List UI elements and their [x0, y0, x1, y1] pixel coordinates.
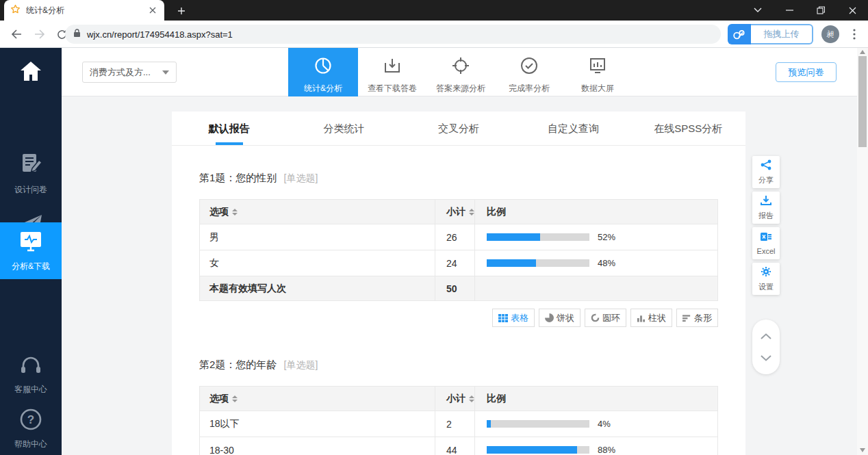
help-question-icon: ? — [19, 408, 42, 434]
tool-label: Excel — [757, 247, 776, 255]
app-sidebar: 设计问卷 发送问卷 分析&下载 客服中心 ? 帮助中心 — [0, 48, 62, 455]
tab-data-screen[interactable]: 数据大屏 — [563, 48, 632, 96]
tab-search-icon[interactable] — [742, 0, 774, 21]
table-row: 18以下 2 4% — [200, 411, 717, 437]
col-header-count[interactable]: 小计 — [446, 393, 465, 405]
table-row: 女 24 48% — [200, 250, 717, 276]
preview-survey-button[interactable]: 预览问卷 — [776, 62, 837, 82]
headset-icon — [19, 356, 42, 379]
scroll-up-arrow-icon[interactable] — [860, 50, 865, 54]
window-close-button[interactable] — [837, 0, 868, 21]
chart-type-column-button[interactable]: 柱状 — [630, 309, 672, 327]
report-download-button[interactable]: 报告 — [752, 192, 780, 224]
sort-icon[interactable] — [469, 209, 474, 216]
page-jump-pill — [752, 320, 780, 374]
sidebar-item-help[interactable]: ? 帮助中心 — [0, 408, 62, 450]
table-row: 男 26 52% — [200, 224, 717, 250]
sidebar-item-analyze[interactable]: 分析&下载 — [0, 222, 62, 279]
tab-view-answers[interactable]: 查看下载答卷 — [358, 48, 426, 96]
col-header-ratio: 比例 — [487, 393, 506, 405]
chart-type-bar-button[interactable]: 条形 — [676, 309, 718, 327]
scroll-down-arrow-icon[interactable] — [860, 448, 865, 452]
ratio-bar-track — [487, 259, 589, 267]
sort-icon[interactable] — [232, 395, 238, 402]
col-header-option[interactable]: 选项 — [209, 206, 229, 218]
chart-type-label: 柱状 — [648, 312, 666, 324]
question-2-section: 第2题：您的年龄 [单选题] 选项 小计 比例 18以下 2 4% 18-30 — [172, 359, 745, 455]
share-icon — [761, 159, 771, 173]
chart-type-label: 表格 — [511, 312, 528, 324]
tab-title: 统计&分析 — [26, 5, 142, 16]
tab-label: 答案来源分析 — [436, 83, 485, 94]
report-tab-category[interactable]: 分类统计 — [287, 112, 402, 145]
home-icon — [19, 60, 42, 85]
settings-button[interactable]: 设置 — [752, 263, 780, 295]
forward-button[interactable] — [31, 26, 48, 42]
chart-type-table-button[interactable]: 表格 — [492, 309, 535, 327]
browser-menu-icon[interactable] — [847, 26, 861, 42]
browser-tab[interactable]: 统计&分析 — [4, 0, 164, 21]
tool-label: 分享 — [758, 175, 774, 185]
table-row: 18-30 44 88% — [200, 437, 717, 455]
count-cell: 24 — [435, 250, 474, 276]
footer-label: 本题有效填写人次 — [200, 276, 435, 300]
chart-type-label: 饼状 — [557, 312, 574, 324]
question-1-table: 选项 小计 比例 男 26 52% 女 24 48% — [199, 199, 718, 301]
report-tabs: 默认报告 分类统计 交叉分析 自定义查询 在线SPSS分析 — [172, 112, 745, 146]
ratio-bar-fill — [487, 446, 577, 454]
browser-avatar[interactable]: 昶 — [821, 25, 839, 43]
new-tab-button[interactable] — [173, 2, 190, 20]
sidebar-item-label: 设计问卷 — [14, 184, 47, 196]
page-scrollbar[interactable] — [857, 48, 868, 455]
tab-answer-source[interactable]: 答案来源分析 — [426, 48, 495, 96]
col-header-count[interactable]: 小计 — [446, 206, 465, 218]
survey-selector-label: 消费方式及方... — [90, 66, 151, 79]
ratio-percent: 88% — [598, 445, 615, 455]
tab-stats-analysis[interactable]: 统计&分析 — [288, 48, 358, 96]
top-nav: 消费方式及方... 统计&分析 查看下载答卷 答案来源分析 完成率分析 — [62, 48, 868, 96]
report-tab-cross[interactable]: 交叉分析 — [401, 112, 516, 145]
window-minimize-button[interactable] — [774, 0, 805, 21]
svg-text:?: ? — [27, 413, 34, 426]
tab-label: 数据大屏 — [581, 83, 614, 94]
window-restore-button[interactable] — [805, 0, 837, 21]
drag-upload-button[interactable]: 拖拽上传 — [751, 24, 813, 44]
sidebar-item-service[interactable]: 客服中心 — [0, 356, 62, 395]
report-card: 默认报告 分类统计 交叉分析 自定义查询 在线SPSS分析 第1题：您的性别 [… — [172, 112, 745, 455]
chevron-down-icon[interactable] — [761, 352, 771, 364]
ratio-percent: 52% — [598, 232, 615, 242]
chevron-down-icon — [162, 70, 169, 75]
report-tab-default[interactable]: 默认报告 — [172, 112, 287, 145]
sort-icon[interactable] — [232, 209, 238, 216]
ratio-bar-fill — [487, 259, 536, 267]
report-tab-spss[interactable]: 在线SPSS分析 — [630, 112, 745, 145]
col-header-option[interactable]: 选项 — [209, 393, 229, 405]
tab-completion-rate[interactable]: 完成率分析 — [495, 48, 563, 96]
excel-export-button[interactable]: Excel — [752, 227, 780, 259]
back-button[interactable] — [8, 26, 25, 42]
floating-tools: 分享 报告 Excel 设置 — [752, 156, 780, 298]
chevron-up-icon[interactable] — [761, 330, 771, 342]
sidebar-item-design[interactable]: 设计问卷 — [0, 152, 62, 196]
chart-type-donut-button[interactable]: 圆环 — [585, 309, 626, 327]
sidebar-item-label: 帮助中心 — [14, 439, 47, 450]
url-text: wjx.cn/report/174954418.aspx?sat=1 — [87, 29, 233, 40]
url-bar[interactable]: wjx.cn/report/174954418.aspx?sat=1 — [65, 25, 721, 44]
monitor-pulse-icon — [18, 230, 43, 256]
tab-label: 统计&分析 — [304, 83, 342, 94]
netdisk-extension[interactable]: 拖拽上传 — [728, 24, 813, 44]
tab-close-icon[interactable] — [147, 5, 158, 16]
chart-type-pie-button[interactable]: 饼状 — [539, 309, 580, 327]
share-button[interactable]: 分享 — [752, 156, 780, 188]
question-type-tag: [单选题] — [284, 172, 318, 183]
survey-selector-dropdown[interactable]: 消费方式及方... — [82, 62, 177, 83]
report-tab-custom[interactable]: 自定义查询 — [516, 112, 631, 145]
sort-icon[interactable] — [469, 395, 474, 402]
scrollbar-thumb[interactable] — [858, 56, 867, 147]
option-cell: 男 — [200, 224, 435, 250]
dashboard-screen-icon — [589, 57, 607, 77]
sidebar-item-home[interactable] — [0, 60, 62, 85]
question-2-table: 选项 小计 比例 18以下 2 4% 18-30 44 88% — [199, 386, 718, 455]
question-title: 第1题：您的性别 — [199, 172, 277, 183]
download-icon — [761, 195, 771, 209]
